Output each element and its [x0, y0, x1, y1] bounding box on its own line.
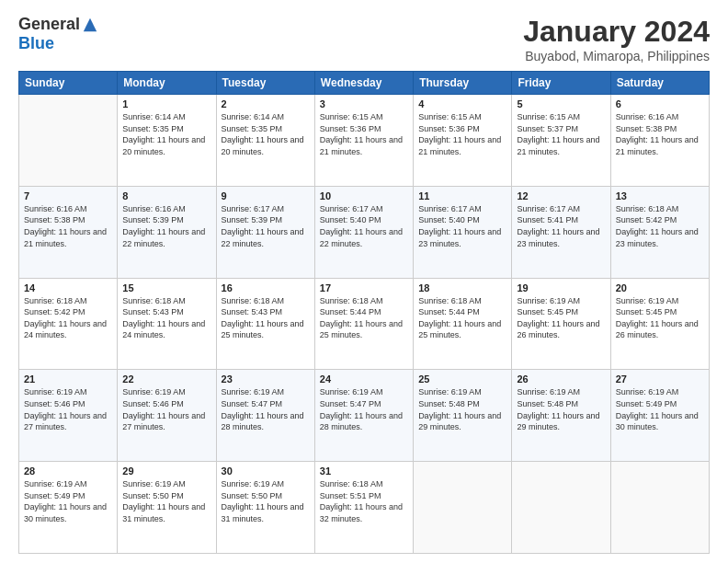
day-number: 14 — [24, 282, 112, 293]
calendar-day-cell: 8Sunrise: 6:16 AM Sunset: 5:39 PM Daylig… — [118, 186, 216, 278]
calendar-day-cell: 24Sunrise: 6:19 AM Sunset: 5:47 PM Dayli… — [314, 370, 413, 462]
day-number: 7 — [24, 190, 112, 201]
day-info: Sunrise: 6:19 AM Sunset: 5:46 PM Dayligh… — [24, 386, 112, 432]
day-number: 20 — [616, 282, 704, 293]
calendar-week-row: 21Sunrise: 6:19 AM Sunset: 5:46 PM Dayli… — [19, 370, 710, 462]
calendar-day-cell: 5Sunrise: 6:15 AM Sunset: 5:37 PM Daylig… — [512, 95, 610, 187]
day-info: Sunrise: 6:18 AM Sunset: 5:43 PM Dayligh… — [222, 295, 310, 341]
calendar-day-cell: 10Sunrise: 6:17 AM Sunset: 5:40 PM Dayli… — [314, 186, 413, 278]
day-number: 1 — [122, 98, 210, 109]
day-number: 9 — [222, 190, 310, 201]
weekday-cell: Monday — [118, 72, 216, 95]
day-number: 30 — [222, 465, 310, 477]
title-area: January 2024 Buyabod, Mimaropa, Philippi… — [523, 15, 710, 63]
page: General Blue January 2024 Buyabod, Mimar… — [0, 0, 728, 563]
day-info: Sunrise: 6:19 AM Sunset: 5:49 PM Dayligh… — [616, 386, 704, 432]
weekday-cell: Thursday — [414, 72, 512, 95]
calendar-day-cell: 12Sunrise: 6:17 AM Sunset: 5:41 PM Dayli… — [512, 186, 610, 278]
weekday-cell: Tuesday — [216, 72, 314, 95]
day-number: 4 — [418, 98, 506, 109]
day-info: Sunrise: 6:17 AM Sunset: 5:39 PM Dayligh… — [222, 203, 310, 249]
calendar-day-cell — [512, 462, 610, 554]
calendar-day-cell: 14Sunrise: 6:18 AM Sunset: 5:42 PM Dayli… — [19, 278, 118, 370]
calendar-week-row: 28Sunrise: 6:19 AM Sunset: 5:49 PM Dayli… — [19, 462, 710, 554]
day-info: Sunrise: 6:19 AM Sunset: 5:48 PM Dayligh… — [517, 386, 605, 432]
calendar-body: 1Sunrise: 6:14 AM Sunset: 5:35 PM Daylig… — [19, 95, 710, 554]
day-info: Sunrise: 6:18 AM Sunset: 5:43 PM Dayligh… — [122, 295, 210, 341]
calendar-day-cell: 29Sunrise: 6:19 AM Sunset: 5:50 PM Dayli… — [118, 462, 216, 554]
day-info: Sunrise: 6:16 AM Sunset: 5:39 PM Dayligh… — [122, 203, 210, 249]
calendar-day-cell: 23Sunrise: 6:19 AM Sunset: 5:47 PM Dayli… — [216, 370, 314, 462]
calendar-day-cell: 7Sunrise: 6:16 AM Sunset: 5:38 PM Daylig… — [19, 186, 118, 278]
month-title: January 2024 — [523, 15, 710, 49]
calendar-day-cell: 16Sunrise: 6:18 AM Sunset: 5:43 PM Dayli… — [216, 278, 314, 370]
day-info: Sunrise: 6:16 AM Sunset: 5:38 PM Dayligh… — [24, 203, 112, 249]
calendar-day-cell: 6Sunrise: 6:16 AM Sunset: 5:38 PM Daylig… — [610, 95, 709, 187]
calendar-day-cell: 2Sunrise: 6:14 AM Sunset: 5:35 PM Daylig… — [216, 95, 314, 187]
day-info: Sunrise: 6:19 AM Sunset: 5:45 PM Dayligh… — [517, 295, 605, 341]
calendar-table: SundayMondayTuesdayWednesdayThursdayFrid… — [18, 71, 710, 554]
calendar-week-row: 1Sunrise: 6:14 AM Sunset: 5:35 PM Daylig… — [19, 95, 710, 187]
calendar-day-cell: 22Sunrise: 6:19 AM Sunset: 5:46 PM Dayli… — [118, 370, 216, 462]
day-info: Sunrise: 6:15 AM Sunset: 5:36 PM Dayligh… — [418, 111, 506, 157]
day-info: Sunrise: 6:17 AM Sunset: 5:41 PM Dayligh… — [517, 203, 605, 249]
calendar-day-cell: 11Sunrise: 6:17 AM Sunset: 5:40 PM Dayli… — [414, 186, 512, 278]
day-number: 28 — [24, 465, 112, 477]
day-info: Sunrise: 6:15 AM Sunset: 5:36 PM Dayligh… — [320, 111, 408, 157]
day-info: Sunrise: 6:14 AM Sunset: 5:35 PM Dayligh… — [222, 111, 310, 157]
calendar-day-cell — [19, 95, 118, 187]
svg-marker-0 — [84, 17, 97, 30]
calendar-day-cell: 1Sunrise: 6:14 AM Sunset: 5:35 PM Daylig… — [118, 95, 216, 187]
day-number: 25 — [418, 373, 506, 385]
logo-icon — [82, 17, 98, 33]
calendar-day-cell: 25Sunrise: 6:19 AM Sunset: 5:48 PM Dayli… — [414, 370, 512, 462]
day-info: Sunrise: 6:19 AM Sunset: 5:49 PM Dayligh… — [24, 478, 112, 524]
calendar-day-cell — [610, 462, 709, 554]
day-number: 27 — [616, 373, 704, 385]
day-number: 5 — [517, 98, 605, 109]
day-info: Sunrise: 6:19 AM Sunset: 5:47 PM Dayligh… — [320, 386, 408, 432]
day-number: 11 — [418, 190, 506, 201]
day-info: Sunrise: 6:18 AM Sunset: 5:51 PM Dayligh… — [320, 478, 408, 524]
day-number: 8 — [122, 190, 210, 201]
calendar-day-cell: 3Sunrise: 6:15 AM Sunset: 5:36 PM Daylig… — [314, 95, 413, 187]
day-number: 29 — [122, 465, 210, 477]
day-info: Sunrise: 6:19 AM Sunset: 5:46 PM Dayligh… — [122, 386, 210, 432]
day-info: Sunrise: 6:15 AM Sunset: 5:37 PM Dayligh… — [517, 111, 605, 157]
day-number: 12 — [517, 190, 605, 201]
calendar-day-cell: 28Sunrise: 6:19 AM Sunset: 5:49 PM Dayli… — [19, 462, 118, 554]
calendar-week-row: 7Sunrise: 6:16 AM Sunset: 5:38 PM Daylig… — [19, 186, 710, 278]
calendar-day-cell: 20Sunrise: 6:19 AM Sunset: 5:45 PM Dayli… — [610, 278, 709, 370]
header: General Blue January 2024 Buyabod, Mimar… — [18, 15, 710, 63]
calendar-day-cell: 31Sunrise: 6:18 AM Sunset: 5:51 PM Dayli… — [314, 462, 413, 554]
logo-general-text: General — [18, 15, 80, 34]
day-info: Sunrise: 6:16 AM Sunset: 5:38 PM Dayligh… — [616, 111, 704, 157]
day-number: 10 — [320, 190, 408, 201]
day-info: Sunrise: 6:19 AM Sunset: 5:48 PM Dayligh… — [418, 386, 506, 432]
day-number: 2 — [222, 98, 310, 109]
calendar-day-cell: 17Sunrise: 6:18 AM Sunset: 5:44 PM Dayli… — [314, 278, 413, 370]
day-info: Sunrise: 6:14 AM Sunset: 5:35 PM Dayligh… — [122, 111, 210, 157]
calendar-day-cell: 21Sunrise: 6:19 AM Sunset: 5:46 PM Dayli… — [19, 370, 118, 462]
weekday-header-row: SundayMondayTuesdayWednesdayThursdayFrid… — [19, 72, 710, 95]
calendar-day-cell: 13Sunrise: 6:18 AM Sunset: 5:42 PM Dayli… — [610, 186, 709, 278]
day-number: 31 — [320, 465, 408, 477]
day-info: Sunrise: 6:18 AM Sunset: 5:42 PM Dayligh… — [24, 295, 112, 341]
calendar-day-cell: 9Sunrise: 6:17 AM Sunset: 5:39 PM Daylig… — [216, 186, 314, 278]
calendar-day-cell: 27Sunrise: 6:19 AM Sunset: 5:49 PM Dayli… — [610, 370, 709, 462]
location: Buyabod, Mimaropa, Philippines — [523, 49, 710, 63]
logo-blue-text: Blue — [18, 34, 54, 53]
day-number: 22 — [122, 373, 210, 385]
day-info: Sunrise: 6:19 AM Sunset: 5:45 PM Dayligh… — [616, 295, 704, 341]
day-number: 18 — [418, 282, 506, 293]
weekday-cell: Saturday — [610, 72, 709, 95]
weekday-cell: Wednesday — [314, 72, 413, 95]
logo: General Blue — [18, 15, 98, 53]
calendar-day-cell: 26Sunrise: 6:19 AM Sunset: 5:48 PM Dayli… — [512, 370, 610, 462]
day-info: Sunrise: 6:17 AM Sunset: 5:40 PM Dayligh… — [418, 203, 506, 249]
calendar-day-cell: 18Sunrise: 6:18 AM Sunset: 5:44 PM Dayli… — [414, 278, 512, 370]
day-info: Sunrise: 6:18 AM Sunset: 5:44 PM Dayligh… — [418, 295, 506, 341]
day-number: 13 — [616, 190, 704, 201]
day-number: 19 — [517, 282, 605, 293]
day-info: Sunrise: 6:19 AM Sunset: 5:50 PM Dayligh… — [122, 478, 210, 524]
